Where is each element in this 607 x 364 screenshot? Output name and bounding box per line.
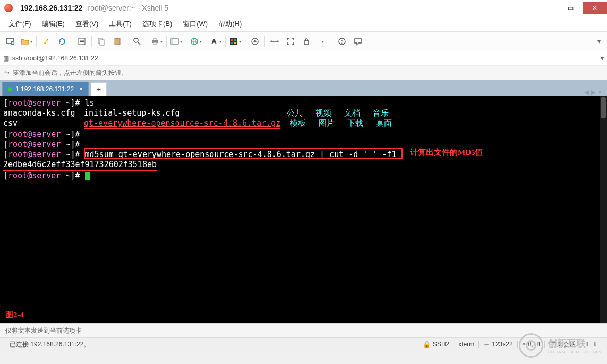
open-session-button[interactable] [19, 34, 34, 48]
toolbar: ? ▾ [0, 31, 607, 51]
addressbar-dropdown-button[interactable]: ▾ [601, 55, 604, 62]
terminal-line: [root@server ~]# ls [3, 98, 604, 108]
maximize-button[interactable]: ▭ [558, 2, 583, 14]
toolbar-separator [263, 34, 266, 48]
menu-window[interactable]: 窗口(W) [178, 18, 212, 30]
svg-rect-6 [100, 40, 104, 45]
svg-rect-19 [231, 42, 233, 44]
status-traffic: ⬆⬇ [580, 341, 602, 348]
window-controls: — ▭ ✕ [534, 2, 607, 14]
app-icon [4, 4, 13, 12]
menu-edit[interactable]: 编辑(E) [38, 18, 69, 30]
session-tab-label: 1 192.168.26.131:22 [15, 85, 74, 93]
menu-tools[interactable]: 工具(T) [105, 18, 136, 30]
hint-text: 要添加当前会话，点击左侧的箭头按钮。 [13, 68, 127, 77]
toolbar-separator [146, 34, 148, 48]
status-sessions: 🗔1 会话 [545, 340, 580, 349]
session-tab-close-icon[interactable]: × [79, 85, 83, 93]
tabs-nav-left-icon[interactable]: ◀ [584, 89, 589, 96]
maximize-icon: ▭ [568, 4, 574, 12]
font-button[interactable] [208, 34, 223, 48]
menu-file[interactable]: 文件(F) [4, 18, 36, 30]
svg-rect-11 [153, 39, 157, 40]
menu-tabs[interactable]: 选项卡(B) [138, 18, 176, 30]
addressbar-url[interactable]: ssh://root@192.168.26.131:22 [12, 55, 597, 62]
toolbar-separator [185, 34, 187, 48]
menu-view[interactable]: 查看(V) [71, 18, 102, 30]
toolbar-separator [204, 34, 207, 48]
up-icon: ⬆ [585, 341, 590, 348]
color-scheme-button[interactable] [228, 34, 243, 48]
send-target-label: 仅将文本发送到当前选项卡 [5, 326, 82, 335]
toggle-layout-h-button[interactable] [267, 34, 282, 48]
terminal[interactable]: [root@server ~]# ls anaconda-ks.cfginiti… [0, 96, 607, 323]
reconnect-button[interactable] [55, 34, 70, 48]
statusbar: 已连接 192.168.26.131:22。 🔒SSH2 xterm ↔123x… [0, 337, 607, 351]
svg-rect-4 [80, 41, 84, 42]
new-session-button[interactable] [3, 34, 18, 48]
lock-dropdown-button[interactable] [315, 34, 330, 48]
status-ssh: 🔒SSH2 [418, 341, 454, 348]
addressbar-icon: ▥ [3, 55, 9, 62]
tabs-nav-right-icon[interactable]: ▶ [591, 89, 596, 96]
figure-label: 图2-4 [5, 310, 24, 320]
fullscreen-button[interactable] [283, 34, 298, 48]
language-button[interactable] [189, 34, 203, 48]
toolbar-separator [224, 34, 227, 48]
close-button[interactable]: ✕ [583, 2, 607, 14]
titlebar-ip: 192.168.26.131:22 [20, 4, 83, 12]
send-target-bar: 仅将文本发送到当前选项卡 [0, 323, 607, 337]
terminal-line: [root@server ~]# [3, 171, 604, 181]
status-cursor: ⌖8,18 [518, 341, 544, 348]
hintbar: ↪ 要添加当前会话，点击左侧的箭头按钮。 [0, 66, 607, 80]
lock-button[interactable] [299, 34, 314, 48]
toolbar-separator [244, 34, 246, 48]
hint-arrow-icon[interactable]: ↪ [4, 69, 10, 76]
svg-rect-22 [304, 41, 309, 45]
status-term: xterm [454, 341, 478, 348]
properties-button[interactable] [74, 34, 89, 48]
toolbar-separator [71, 34, 73, 48]
terminal-line: anaconda-ks.cfginitial-setup-ks.cfg公共视频文… [3, 108, 604, 118]
help-button[interactable]: ? [335, 34, 349, 48]
resize-icon: ↔ [483, 341, 490, 348]
toolbar-separator [90, 34, 93, 48]
highlighter-button[interactable] [39, 34, 54, 48]
tabs-nav-close-icon[interactable]: × [598, 89, 602, 96]
paste-button[interactable] [110, 34, 125, 48]
svg-rect-18 [234, 39, 236, 41]
toolbar-overflow-button[interactable]: ▾ [594, 34, 604, 48]
feedback-button[interactable] [350, 34, 365, 48]
terminal-scrollbar[interactable] [600, 96, 607, 323]
find-button[interactable] [130, 34, 144, 48]
minimize-button[interactable]: — [534, 2, 558, 14]
terminal-line: 2edbe4d6c2eff33ef91732602f3518eb [3, 160, 604, 171]
menubar: 文件(F) 编辑(E) 查看(V) 工具(T) 选项卡(B) 窗口(W) 帮助(… [0, 16, 607, 31]
svg-rect-20 [234, 42, 236, 44]
annotation-label: 计算出文件的MD5值 [410, 148, 483, 158]
tabs-row: 1 192.168.26.131:22 × + ◀ ▶ × [0, 80, 607, 96]
status-connection: 已连接 192.168.26.131:22。 [5, 340, 94, 349]
terminal-line: csvqt-everywhere-opensource-src-4.8.6.ta… [3, 118, 604, 129]
terminal-scrollbar-thumb[interactable] [601, 97, 606, 118]
svg-rect-17 [231, 39, 233, 41]
session-status-dot-icon [8, 87, 12, 91]
menu-help[interactable]: 帮助(H) [214, 18, 246, 30]
titlebar-subtitle: root@server:~ - Xshell 5 [88, 4, 169, 12]
new-tab-button[interactable]: + [91, 82, 107, 96]
close-icon: ✕ [592, 4, 597, 12]
minimize-icon: — [543, 4, 549, 12]
svg-rect-12 [153, 42, 157, 44]
cursor-pos-icon: ⌖ [522, 341, 526, 348]
status-size: ↔123x22 [479, 341, 517, 348]
toolbar-separator [35, 34, 38, 48]
terminal-line: [root@server ~]# md5sum qt-everywhere-op… [3, 150, 604, 160]
toolbar-separator [126, 34, 129, 48]
copy-button[interactable] [94, 34, 109, 48]
sessions-panel-button[interactable] [169, 34, 184, 48]
send-ctrl-button[interactable] [247, 34, 262, 48]
terminal-cursor [85, 172, 90, 180]
session-tab[interactable]: 1 192.168.26.131:22 × [2, 82, 89, 96]
lock-icon: 🔒 [423, 341, 431, 348]
print-button[interactable] [149, 34, 164, 48]
